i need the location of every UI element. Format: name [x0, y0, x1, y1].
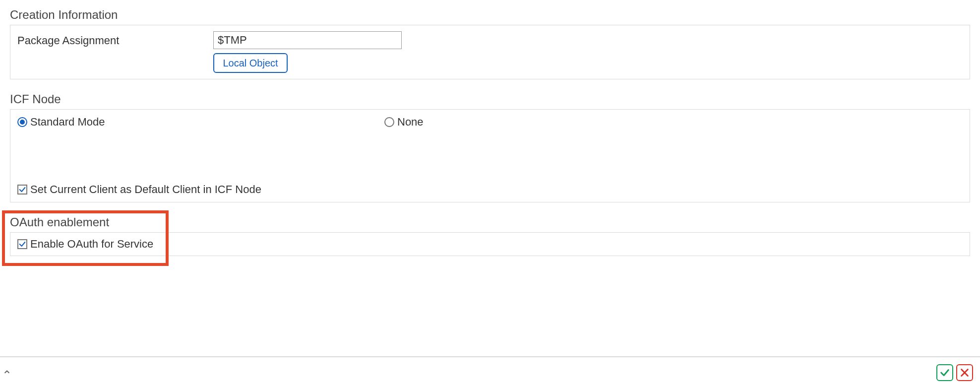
package-assignment-label: Package Assignment: [17, 31, 213, 47]
ok-button[interactable]: [936, 364, 953, 381]
local-object-button[interactable]: Local Object: [213, 53, 288, 73]
oauth-enablement-title: OAuth enablement: [10, 215, 970, 229]
default-client-label: Set Current Client as Default Client in …: [30, 183, 261, 196]
none-radio[interactable]: None: [384, 116, 424, 129]
default-client-checkbox[interactable]: Set Current Client as Default Client in …: [17, 183, 963, 196]
package-assignment-input[interactable]: [213, 31, 402, 49]
radio-selected-icon: [17, 117, 27, 127]
enable-oauth-label: Enable OAuth for Service: [30, 238, 153, 251]
check-icon: [939, 367, 950, 378]
icf-node-title: ICF Node: [10, 92, 970, 106]
cancel-button[interactable]: [956, 364, 973, 381]
creation-information-title: Creation Information: [10, 8, 970, 22]
checkbox-checked-icon: [17, 239, 27, 249]
standard-mode-radio[interactable]: Standard Mode: [17, 116, 384, 129]
caret-indicator: ⌃: [2, 368, 12, 382]
close-icon: [959, 367, 970, 378]
standard-mode-label: Standard Mode: [30, 116, 105, 129]
enable-oauth-checkbox[interactable]: Enable OAuth for Service: [17, 238, 963, 251]
icf-node-box: Standard Mode None Set Current Client as…: [10, 109, 970, 202]
radio-unselected-icon: [384, 117, 394, 127]
checkbox-checked-icon: [17, 185, 27, 195]
creation-information-box: Package Assignment Local Object: [10, 25, 970, 79]
oauth-enablement-box: Enable OAuth for Service: [10, 232, 970, 256]
footer-divider: [0, 356, 980, 357]
none-label: None: [397, 116, 424, 129]
